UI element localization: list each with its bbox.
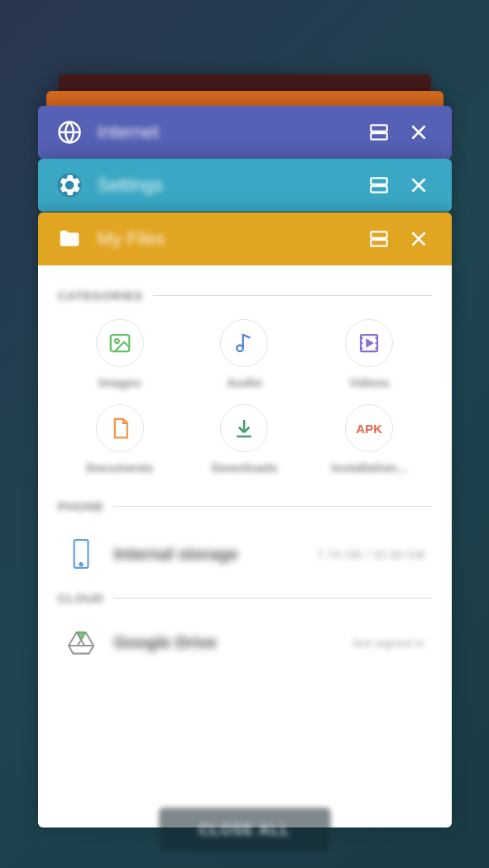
apk-icon: APK xyxy=(345,404,393,452)
app-title: Settings xyxy=(98,174,356,196)
card-header: My Files xyxy=(38,212,452,265)
svg-rect-4 xyxy=(371,178,387,184)
storage-meta: Not signed in xyxy=(352,636,425,650)
svg-rect-7 xyxy=(371,240,387,246)
recent-card-internet[interactable]: Internet xyxy=(38,106,452,159)
video-icon xyxy=(345,319,393,367)
google-drive-row[interactable]: Google Drive Not signed in xyxy=(58,617,432,668)
category-label: Documents xyxy=(86,460,154,475)
svg-rect-5 xyxy=(371,186,387,193)
storage-meta: 7.74 GB / 32.00 GB xyxy=(317,547,425,561)
image-icon xyxy=(96,319,144,367)
category-label: Audio xyxy=(227,375,262,389)
section-label: CLOUD xyxy=(58,591,104,605)
section-header-cloud: CLOUD xyxy=(58,591,432,605)
section-label: PHONE xyxy=(58,499,104,513)
document-icon xyxy=(96,404,144,452)
phone-icon xyxy=(65,538,98,570)
svg-rect-2 xyxy=(371,133,387,140)
gear-icon xyxy=(55,170,84,200)
close-icon[interactable] xyxy=(402,116,435,149)
category-label: Installation... xyxy=(331,460,407,475)
section-header-phone: PHONE xyxy=(58,499,432,513)
category-label: Downloads xyxy=(211,460,277,475)
myfiles-body: CATEGORIES Images xyxy=(38,265,452,827)
card-header: Settings xyxy=(38,159,452,212)
categories-grid: Images Audio xyxy=(58,319,432,475)
close-all-button[interactable]: CLOSE ALL xyxy=(158,808,330,853)
svg-rect-6 xyxy=(371,231,387,238)
divider xyxy=(113,598,431,599)
svg-point-9 xyxy=(115,339,119,343)
split-view-icon[interactable] xyxy=(362,116,396,149)
split-view-icon[interactable] xyxy=(362,222,396,255)
section-label: CATEGORIES xyxy=(58,289,143,303)
globe-icon xyxy=(55,117,84,147)
category-audio[interactable]: Audio xyxy=(182,319,307,389)
divider xyxy=(153,295,432,296)
category-label: Images xyxy=(98,375,141,389)
close-icon[interactable] xyxy=(402,169,435,202)
storage-name: Google Drive xyxy=(114,633,352,652)
download-icon xyxy=(220,404,268,452)
category-downloads[interactable]: Downloads xyxy=(182,404,307,475)
split-view-icon[interactable] xyxy=(362,169,396,202)
category-installation[interactable]: APK Installation... xyxy=(307,404,432,475)
internal-storage-row[interactable]: Internal storage 7.74 GB / 32.00 GB xyxy=(58,525,432,583)
app-title: My Files xyxy=(98,228,356,250)
close-icon[interactable] xyxy=(402,222,435,255)
category-images[interactable]: Images xyxy=(58,319,183,389)
section-header-categories: CATEGORIES xyxy=(58,289,432,303)
recent-card-myfiles[interactable]: My Files CATEGORIES xyxy=(38,212,452,827)
recent-card-settings[interactable]: Settings xyxy=(38,159,452,212)
folder-icon xyxy=(55,224,84,254)
storage-name: Internal storage xyxy=(114,545,317,564)
category-videos[interactable]: Videos xyxy=(307,319,432,389)
category-label: Videos xyxy=(349,375,390,389)
drive-icon xyxy=(65,630,98,655)
divider xyxy=(113,506,431,507)
recents-stack: Internet Settings xyxy=(0,0,489,70)
app-title: Internet xyxy=(98,122,356,143)
card-header: Internet xyxy=(38,106,452,159)
recent-card-peek[interactable] xyxy=(59,74,431,93)
category-documents[interactable]: Documents xyxy=(58,404,183,475)
svg-point-13 xyxy=(79,563,82,565)
svg-rect-8 xyxy=(111,335,130,351)
svg-rect-1 xyxy=(371,125,387,131)
audio-icon xyxy=(220,319,268,367)
